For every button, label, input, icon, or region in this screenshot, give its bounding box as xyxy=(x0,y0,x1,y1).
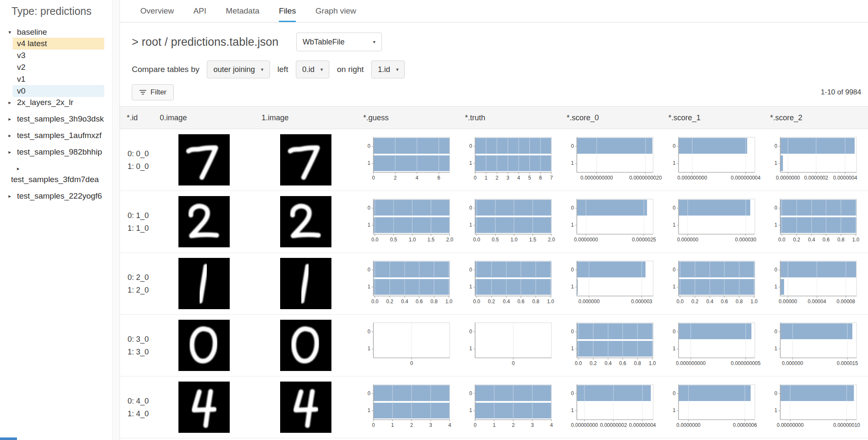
chevron-right-icon[interactable]: ▸ xyxy=(8,147,17,158)
filter-icon xyxy=(139,89,147,95)
image-cell-1[interactable] xyxy=(255,320,356,371)
chart-cell-truth[interactable]: 0101234567 xyxy=(458,135,560,185)
chart-cell-truth[interactable]: 010.00.20.40.60.81.0 xyxy=(458,259,560,309)
image-cell-1[interactable] xyxy=(255,196,356,247)
histogram-chart: 010 xyxy=(362,321,452,371)
row-id-cell[interactable]: 0: 4_01: 4_0 xyxy=(120,395,153,420)
svg-text:1.0: 1.0 xyxy=(852,237,860,243)
image-cell-0[interactable] xyxy=(153,134,255,185)
chart-cell-score-1[interactable]: 010.0000000000.000000005 xyxy=(662,321,763,371)
chart-cell-score-1[interactable]: 010.00000000.0000006 xyxy=(662,382,763,432)
sidebar-item-test-samples-3fdm7dea[interactable]: ▸test_samples_3fdm7dea xyxy=(0,163,120,185)
sidebar-item-baseline[interactable]: ▾baseline xyxy=(0,27,120,38)
sidebar-item-test-samples-3h9o3dsk[interactable]: ▸test_samples_3h9o3dsk xyxy=(0,113,120,125)
svg-text:0: 0 xyxy=(673,205,676,210)
chevron-down-icon[interactable]: ▾ xyxy=(8,27,17,38)
chart-cell-score-0[interactable]: 010.0000000.000003 xyxy=(560,259,662,309)
svg-text:0.000000: 0.000000 xyxy=(579,299,600,304)
svg-text:0: 0 xyxy=(469,143,472,149)
chart-cell-score-1[interactable]: 010.00.20.40.60.81.0 xyxy=(662,259,763,309)
image-cell-0[interactable] xyxy=(153,320,255,371)
chart-cell-score-0[interactable]: 010.000000000.000000020.00000004 xyxy=(560,382,662,432)
chart-cell-guess[interactable]: 010 xyxy=(356,321,458,371)
sidebar-item-v2[interactable]: v2 xyxy=(13,61,104,73)
image-cell-0[interactable] xyxy=(153,258,255,309)
svg-text:0.8: 0.8 xyxy=(634,360,641,366)
chevron-right-icon[interactable]: ▸ xyxy=(8,97,17,108)
row-id-cell[interactable]: 0: 3_01: 3_0 xyxy=(120,333,153,358)
svg-text:0.2: 0.2 xyxy=(386,299,393,304)
sidebar-item-v4-latest[interactable]: v4 latest xyxy=(13,38,104,50)
chart-cell-score-0[interactable]: 010.00000000000.0000000020 xyxy=(560,135,662,185)
row-id-cell[interactable]: 0: 0_01: 0_0 xyxy=(120,147,153,173)
sidebar-item-test-samples-1aufmxzf[interactable]: ▸test_samples_1aufmxzf xyxy=(0,130,120,141)
chevron-right-icon[interactable]: ▸ xyxy=(8,191,17,202)
table-row: 0: 3_01: 3_0010010010.00.20.40.60.81.001… xyxy=(120,315,868,376)
sidebar-item-test-samples-222yogf6[interactable]: ▸test_samples_222yogf6 xyxy=(0,191,120,202)
row-id-cell[interactable]: 0: 1_01: 1_0 xyxy=(120,209,153,235)
chevron-right-icon[interactable]: ▸ xyxy=(17,163,25,174)
sidebar-scrollbar[interactable] xyxy=(112,0,120,440)
chart-cell-score-1[interactable]: 010.0000000.000030 xyxy=(662,197,763,247)
svg-text:0.00000000: 0.00000000 xyxy=(777,422,804,428)
tab-files[interactable]: Files xyxy=(279,0,296,22)
chart-cell-score-2[interactable]: 010.0000000.000015 xyxy=(763,321,868,371)
row-id-cell[interactable]: 0: 2_01: 2_0 xyxy=(120,271,153,296)
breadcrumb[interactable]: > root / predictions.table.json xyxy=(132,36,278,49)
chart-cell-score-0[interactable]: 010.00.20.40.60.81.0 xyxy=(560,321,662,371)
chart-cell-score-2[interactable]: 010.00.20.40.60.81.0 xyxy=(763,197,868,247)
chart-cell-score-1[interactable]: 010.0000000000.000000004 xyxy=(662,135,763,185)
histogram-chart: 010.000000000.00000010 xyxy=(769,382,859,432)
tab-api[interactable]: API xyxy=(193,0,206,22)
filter-button[interactable]: Filter xyxy=(132,84,174,100)
chart-cell-truth[interactable]: 010.00.51.01.52.0 xyxy=(458,197,560,247)
chart-cell-guess[interactable]: 010246 xyxy=(356,135,458,185)
file-type-select[interactable]: WbTableFile ▾ xyxy=(296,33,382,51)
chart-cell-guess[interactable]: 010.00.20.40.60.81.0 xyxy=(356,259,458,309)
image-cell-0[interactable] xyxy=(153,382,255,433)
chart-cell-score-0[interactable]: 010.00000000.0000025 xyxy=(560,197,662,247)
svg-text:0.0000002: 0.0000002 xyxy=(804,175,828,181)
svg-text:0.0000006: 0.0000006 xyxy=(733,422,757,428)
image-cell-1[interactable] xyxy=(255,382,356,433)
sidebar-item-test-samples-982bhhip[interactable]: ▸test_samples_982bhhip xyxy=(0,147,120,158)
svg-text:0.0: 0.0 xyxy=(473,299,480,304)
histogram-chart: 010 xyxy=(464,321,554,371)
sidebar-item-v3[interactable]: v3 xyxy=(13,50,104,61)
chart-cell-score-2[interactable]: 010.000000.000040.00008 xyxy=(763,259,868,309)
svg-text:1: 1 xyxy=(774,407,777,413)
right-key-select[interactable]: 1.id ▾ xyxy=(371,61,405,78)
sidebar-item-2x-layers-2x-lr[interactable]: ▸2x_layers_2x_lr xyxy=(0,97,120,108)
chevron-right-icon[interactable]: ▸ xyxy=(8,113,17,125)
tab-overview[interactable]: Overview xyxy=(140,0,174,22)
chart-cell-truth[interactable]: 0101234 xyxy=(458,382,560,432)
image-cell-1[interactable] xyxy=(255,258,356,309)
svg-text:1: 1 xyxy=(673,284,676,290)
svg-text:0: 0 xyxy=(571,328,574,334)
join-type-select[interactable]: outer joining ▾ xyxy=(207,61,270,78)
svg-text:2: 2 xyxy=(495,175,498,181)
chart-cell-truth[interactable]: 010 xyxy=(458,321,560,371)
chart-cell-guess[interactable]: 010.00.51.01.52.0 xyxy=(356,197,458,247)
chart-cell-score-2[interactable]: 010.000000000.00000010 xyxy=(763,382,868,432)
left-label: left xyxy=(278,65,288,74)
left-key-select[interactable]: 0.id ▾ xyxy=(296,61,329,78)
mnist-digit-image xyxy=(178,258,230,309)
histogram-chart: 010.0000000.000015 xyxy=(769,321,859,371)
image-cell-1[interactable] xyxy=(255,134,356,185)
image-cell-0[interactable] xyxy=(153,196,255,247)
row-id-value: 0: 0_0 xyxy=(128,147,153,160)
svg-text:0: 0 xyxy=(774,205,777,210)
sidebar-item-v1[interactable]: v1 xyxy=(13,73,104,85)
svg-text:1: 1 xyxy=(469,160,472,166)
svg-text:0.2: 0.2 xyxy=(691,299,698,304)
chart-cell-score-2[interactable]: 010.00000000.00000020.0000004 xyxy=(763,135,868,185)
sidebar-item-v0[interactable]: v0 xyxy=(13,85,104,97)
svg-text:1.0: 1.0 xyxy=(510,237,517,243)
chevron-right-icon[interactable]: ▸ xyxy=(8,130,17,141)
chart-cell-guess[interactable]: 0101234 xyxy=(356,382,458,432)
predictions-table: *.id0.image1.image*.guess*.truth*.score_… xyxy=(120,106,868,438)
tab-graph-view[interactable]: Graph view xyxy=(315,0,356,22)
tab-metadata[interactable]: Metadata xyxy=(226,0,259,22)
svg-text:0.6: 0.6 xyxy=(721,299,728,304)
